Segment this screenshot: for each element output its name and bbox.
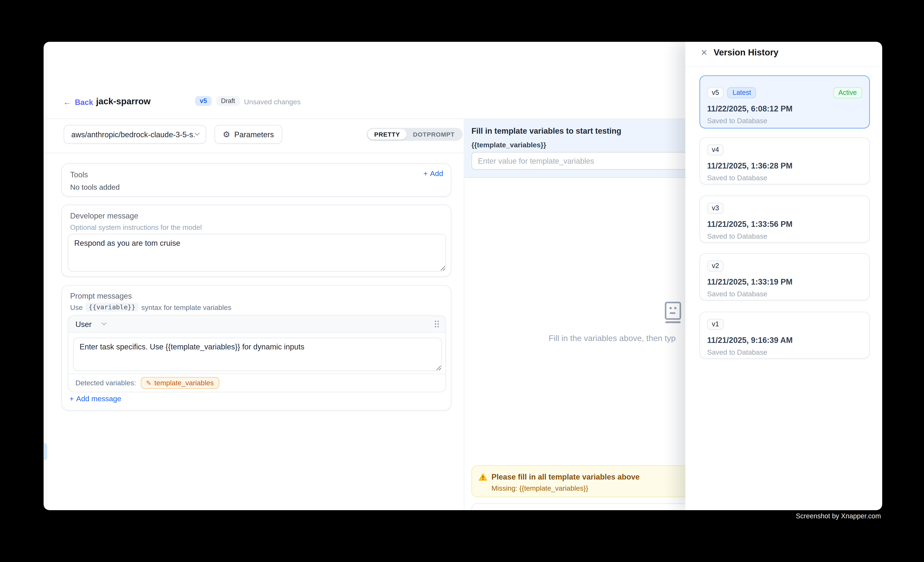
version-status: Saved to Database	[707, 232, 862, 240]
model-select-value: aws/anthropic/bedrock-claude-3-5-s...	[71, 130, 195, 139]
add-tool-label: Add	[430, 170, 443, 178]
developer-message-textarea[interactable]: Respond as you are tom cruise	[68, 234, 446, 272]
version-item-v4[interactable]: v4 11/21/2025, 1:36:28 PM Saved to Datab…	[699, 137, 870, 184]
page-title: jack-sparrow	[96, 96, 151, 106]
variable-syntax-chip: {{variable}}	[86, 303, 138, 312]
empty-state-text: Fill in the variables above, then typ	[549, 333, 676, 343]
message-header: User	[69, 316, 446, 333]
model-bar-divider	[44, 152, 465, 153]
user-message-textarea[interactable]: Enter task specifics. Use {{template_var…	[73, 338, 442, 371]
toggle-dotprompt[interactable]: DOTPROMPT	[406, 129, 461, 140]
version-number-badge: v5	[707, 87, 724, 98]
view-mode-toggle: PRETTY DOTPROMPT	[366, 128, 462, 141]
back-button[interactable]: ← Back	[63, 97, 93, 107]
app-window: ← Back jack-sparrow v5 Draft Unsaved cha…	[44, 42, 882, 510]
developer-message-card: Developer message Optional system instru…	[62, 205, 452, 277]
version-number-badge: v1	[707, 319, 724, 330]
warning-missing-text: Missing: {{template_variables}}	[491, 484, 588, 492]
developer-message-subtitle: Optional system instructions for the mod…	[70, 223, 202, 232]
left-gutter	[44, 42, 48, 510]
version-history-divider	[686, 67, 882, 67]
message-block: User Enter task specifics. Use {{templ	[68, 315, 446, 392]
version-timestamp: 11/22/2025, 6:08:12 PM	[707, 104, 862, 113]
version-status: Saved to Database	[707, 290, 862, 298]
prompt-messages-title: Prompt messages	[70, 292, 132, 300]
version-number-badge: v3	[707, 203, 724, 214]
version-history-panel: ✕ Version History v5 Latest Active 11/22…	[686, 42, 882, 510]
screenshot-stage: ← Back jack-sparrow v5 Draft Unsaved cha…	[0, 0, 924, 562]
version-status: Saved to Database	[707, 174, 862, 182]
version-timestamp: 11/21/2025, 1:33:56 PM	[707, 220, 862, 229]
role-select-value: User	[75, 320, 92, 329]
detected-variable-name: template_variables	[154, 379, 214, 387]
left-edge-tab	[44, 443, 47, 460]
chevron-down-icon	[195, 133, 200, 136]
draft-badge: Draft	[216, 96, 240, 106]
detected-variables-row: Detected variables: ✎ template_variables	[69, 374, 446, 392]
add-message-label: Add message	[76, 395, 121, 403]
warning-title: Please fill in all template variables ab…	[491, 472, 640, 481]
latest-badge: Latest	[727, 87, 756, 98]
hint-prefix: Use	[70, 303, 83, 311]
model-select[interactable]: aws/anthropic/bedrock-claude-3-5-s...	[64, 125, 206, 144]
hint-suffix: syntax for template variables	[141, 303, 231, 311]
tools-empty-text: No tools added	[70, 183, 120, 191]
tools-card: Tools + Add No tools added	[62, 163, 452, 197]
version-status: Saved to Database	[707, 117, 862, 125]
developer-message-title: Developer message	[70, 212, 138, 220]
parameters-button[interactable]: ⚙ Parameters	[214, 125, 282, 144]
close-icon[interactable]: ✕	[699, 47, 709, 58]
drag-handle-icon[interactable]	[434, 320, 440, 328]
pencil-icon: ✎	[146, 380, 152, 386]
gear-icon: ⚙	[223, 130, 230, 138]
version-history-title: Version History	[714, 47, 778, 57]
version-status: Saved to Database	[707, 348, 862, 356]
back-label: Back	[75, 97, 93, 106]
unsaved-changes-text: Unsaved changes	[244, 98, 301, 106]
warning-triangle-icon	[478, 473, 488, 481]
add-message-button[interactable]: + Add message	[69, 395, 121, 403]
template-variable-label: {{template_variables}}	[471, 141, 546, 149]
detected-variable-chip[interactable]: ✎ template_variables	[141, 377, 219, 389]
version-badge: v5	[195, 96, 212, 106]
parameters-label: Parameters	[234, 130, 274, 139]
tools-title: Tools	[70, 170, 88, 179]
version-timestamp: 11/21/2025, 9:16:39 AM	[707, 336, 862, 345]
version-item-v3[interactable]: v3 11/21/2025, 1:33:56 PM Saved to Datab…	[699, 196, 870, 243]
version-item-v1[interactable]: v1 11/21/2025, 9:16:39 AM Saved to Datab…	[699, 312, 870, 359]
plus-icon: +	[423, 170, 428, 178]
back-arrow-icon: ←	[63, 97, 71, 107]
prompt-syntax-hint: Use {{variable}} syntax for template var…	[70, 303, 231, 312]
chevron-down-icon	[102, 322, 107, 326]
watermark-text: Screenshot by Xnapper.com	[796, 513, 881, 520]
robot-face-icon	[664, 302, 682, 324]
version-number-badge: v4	[707, 144, 724, 155]
version-timestamp: 11/21/2025, 1:36:28 PM	[707, 161, 862, 170]
template-variables-heading: Fill in template variables to start test…	[471, 127, 621, 136]
toggle-pretty[interactable]: PRETTY	[368, 129, 406, 140]
version-timestamp: 11/21/2025, 1:33:19 PM	[707, 277, 862, 286]
version-item-v2[interactable]: v2 11/21/2025, 1:33:19 PM Saved to Datab…	[699, 253, 870, 300]
active-badge: Active	[833, 87, 862, 98]
add-tool-button[interactable]: + Add	[423, 170, 443, 178]
version-number-badge: v2	[707, 260, 724, 272]
detected-variables-label: Detected variables:	[75, 379, 136, 387]
version-item-v5[interactable]: v5 Latest Active 11/22/2025, 6:08:12 PM …	[699, 75, 870, 129]
plus-icon: +	[69, 395, 74, 403]
prompt-messages-card: Prompt messages Use {{variable}} syntax …	[62, 285, 452, 411]
role-select[interactable]: User	[75, 320, 107, 329]
